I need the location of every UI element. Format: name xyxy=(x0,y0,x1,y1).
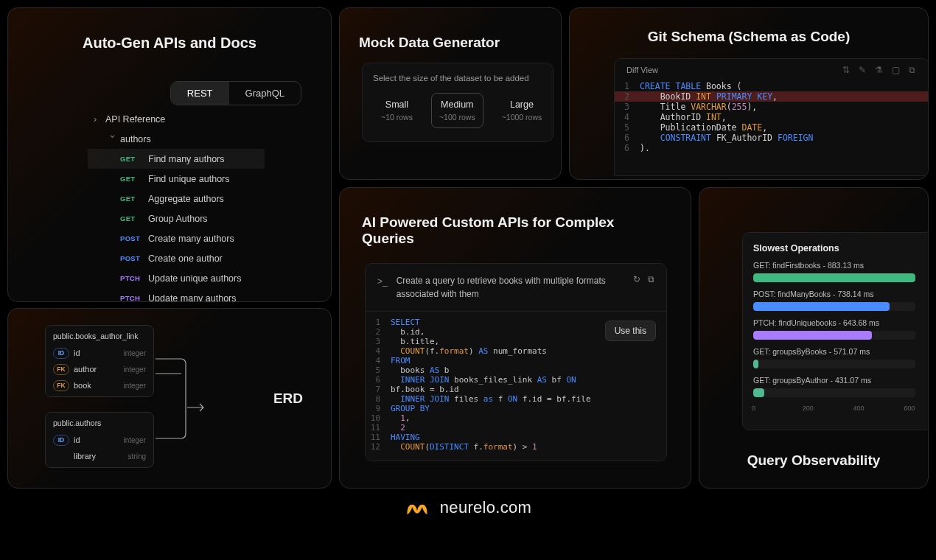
api-endpoint[interactable]: PTCHUpdate unique authors xyxy=(88,268,265,288)
dataset-size-option[interactable]: Small~10 rows xyxy=(373,93,421,128)
box-icon[interactable]: ▢ xyxy=(892,65,900,75)
code-line: 3 Title VARCHAR(255), xyxy=(615,102,929,112)
copy-icon[interactable]: ⧉ xyxy=(909,65,915,75)
ai-code-block: Use this 1SELECT2 b.id,3 b.title,4 COUNT… xyxy=(366,312,666,461)
api-explorer: REST GraphQL › API Reference › authors G… xyxy=(88,78,331,299)
bar-fill xyxy=(753,388,764,397)
diff-view-label: Diff View xyxy=(626,66,658,74)
compare-icon[interactable]: ⇅ xyxy=(842,65,850,75)
api-endpoint[interactable]: GETGroup Authors xyxy=(88,209,265,228)
endpoint-label: Create many authors xyxy=(148,234,234,244)
erd-table[interactable]: public.authors IDidintegerlibrarystring xyxy=(45,412,154,468)
api-endpoint[interactable]: GETFind unique authors xyxy=(88,169,265,189)
tree-group[interactable]: › authors xyxy=(88,129,265,149)
code-line: 4 AuthorID INT, xyxy=(615,112,929,122)
tab-graphql[interactable]: GraphQL xyxy=(229,82,301,105)
operation-label: GET: groupsByBooks - 571.07 ms xyxy=(753,347,918,356)
column-badge: FK xyxy=(53,380,69,391)
option-name: Large xyxy=(502,99,542,110)
erd-column: librarystring xyxy=(53,448,146,464)
bar-track xyxy=(753,302,915,311)
endpoint-label: Aggregate authors xyxy=(148,194,224,204)
bar-track xyxy=(753,273,915,282)
card-title: Mock Data Generator xyxy=(340,8,561,63)
ai-prompt-row: >_ Create a query to retrieve books with… xyxy=(366,264,666,312)
tree-label: API Reference xyxy=(105,114,165,125)
panel-title: Slowest Operations xyxy=(753,243,918,253)
bar-fill xyxy=(753,273,915,282)
column-name: book xyxy=(74,381,91,390)
mock-prompt: Select the size of the dataset to be add… xyxy=(373,74,542,83)
api-endpoint[interactable]: PTCHUpdate many authors xyxy=(88,288,265,302)
column-name: library xyxy=(74,452,96,461)
http-method-badge: GET xyxy=(120,155,142,163)
http-method-badge: PTCH xyxy=(120,294,142,302)
bar-fill xyxy=(753,360,758,368)
flask-icon[interactable]: ⚗ xyxy=(875,65,883,75)
use-this-button[interactable]: Use this xyxy=(605,321,656,341)
option-rows: ~10 rows xyxy=(381,113,413,122)
ai-panel: >_ Create a query to retrieve books with… xyxy=(365,263,667,461)
erd-column: IDidinteger xyxy=(53,432,146,448)
chevron-right-icon: › xyxy=(94,114,102,125)
column-type: string xyxy=(128,452,146,461)
endpoint-label: Find unique authors xyxy=(148,174,230,184)
bar-fill xyxy=(753,331,872,340)
http-method-badge: GET xyxy=(120,214,142,223)
brand-logo-icon xyxy=(405,498,430,517)
card-title: Git Schema (Schema as Code) xyxy=(570,8,928,58)
ai-toolbar: ↻ ⧉ xyxy=(633,274,654,284)
dataset-size-option[interactable]: Large~1000 rows xyxy=(494,93,551,128)
code-line: 11 2 xyxy=(366,423,666,433)
card-ai-custom-api: AI Powered Custom APIs for Complex Queri… xyxy=(339,187,691,489)
diff-code: 1CREATE TABLE Books (2 BookID INT PRIMAR… xyxy=(615,81,929,153)
code-line: 8 INNER JOIN files as f ON f.id = bf.fil… xyxy=(366,394,666,404)
option-name: Medium xyxy=(439,99,475,110)
card-title: ERD xyxy=(273,309,303,488)
code-line: 6 CONSTRAINT FK_AuthorID FOREIGN xyxy=(615,133,929,143)
wand-icon[interactable]: ✎ xyxy=(859,65,866,75)
axis-tick: 400 xyxy=(853,405,865,412)
code-line: 4 COUNT(f.format) AS num_formats xyxy=(366,346,666,356)
chevron-down-icon: › xyxy=(108,135,118,144)
mock-panel: Select the size of the dataset to be add… xyxy=(362,63,553,142)
bar-track xyxy=(753,331,915,340)
card-title: AI Powered Custom APIs for Complex Queri… xyxy=(340,188,691,263)
tree-root[interactable]: › API Reference xyxy=(88,109,265,129)
endpoint-label: Group Authors xyxy=(148,214,208,224)
endpoint-label: Create one author xyxy=(148,253,223,264)
tab-rest[interactable]: REST xyxy=(171,82,229,105)
column-type: integer xyxy=(123,436,146,444)
column-name: id xyxy=(74,349,80,357)
terminal-icon: >_ xyxy=(377,275,388,301)
bar-track xyxy=(753,388,915,397)
axis-tick: 0 xyxy=(752,405,755,412)
column-name: author xyxy=(74,365,97,374)
erd-column: FKauthorinteger xyxy=(53,361,146,377)
axis-tick: 200 xyxy=(803,405,814,412)
slowest-ops-panel: Slowest Operations GET: findFirstbooks -… xyxy=(742,232,929,430)
code-line: 7bf.book = b.id xyxy=(366,385,666,394)
copy-icon[interactable]: ⧉ xyxy=(648,274,654,284)
dataset-size-option[interactable]: Medium~100 rows xyxy=(431,93,483,128)
erd-table[interactable]: public.books_author_link IDidintegerFKau… xyxy=(45,325,154,397)
code-line: 11HAVING xyxy=(366,433,666,442)
column-type: integer xyxy=(123,365,146,374)
api-endpoint[interactable]: GETAggregate authors xyxy=(88,189,265,209)
erd-column: IDidinteger xyxy=(53,345,146,361)
api-endpoint[interactable]: GETFind many authors xyxy=(88,149,265,169)
operation-item: GET: findFirstbooks - 883.13 ms xyxy=(753,261,918,282)
column-type: integer xyxy=(123,349,146,357)
refresh-icon[interactable]: ↻ xyxy=(633,274,640,284)
diff-panel: Diff View ⇅ ✎ ⚗ ▢ ⧉ 1CREATE TABLE Books … xyxy=(614,58,929,176)
tree-group-label: authors xyxy=(120,134,151,144)
code-line: 12 COUNT(DISTINCT f.format) > 1 xyxy=(366,442,666,452)
erd-relations xyxy=(156,337,222,462)
api-endpoint[interactable]: POSTCreate one author xyxy=(88,248,265,268)
operation-item: GET: groupsByAuthor - 431.07 ms xyxy=(753,376,918,397)
api-endpoint[interactable]: POSTCreate many authors xyxy=(88,228,265,248)
api-type-tabs: REST GraphQL xyxy=(170,81,301,105)
endpoint-label: Update many authors xyxy=(148,293,237,303)
column-badge: ID xyxy=(53,435,69,446)
card-title: Query Observability xyxy=(699,452,928,469)
